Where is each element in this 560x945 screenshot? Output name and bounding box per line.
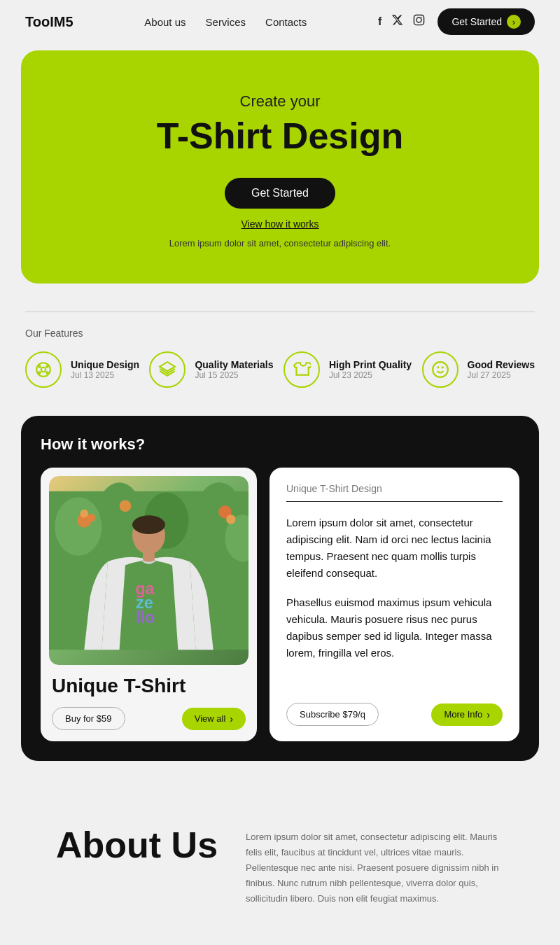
feature-quality-materials: Quality Materials Jul 15 2025 [149, 351, 273, 388]
feature-3-title: Good Reviews [468, 359, 535, 370]
feature-0-title: Unique Design [71, 359, 139, 370]
card-body-text-1: Lorem ipsum dolor sit amet, consectetur … [286, 514, 503, 582]
nav-social: f [378, 14, 425, 29]
card-right-subtitle: Unique T-Shirt Design [286, 483, 503, 494]
twitter-icon[interactable] [391, 14, 403, 29]
svg-point-7 [38, 371, 41, 374]
high-print-quality-icon [284, 351, 320, 388]
view-all-button[interactable]: View all › [182, 708, 246, 730]
more-info-arrow-icon: › [486, 709, 490, 720]
card-right-footer: Subscribe $79/q More Info › [286, 703, 503, 726]
nav-about[interactable]: About us [144, 16, 186, 28]
svg-point-4 [41, 368, 46, 372]
feature-unique-design: Unique Design Jul 13 2025 [25, 351, 139, 388]
card-left-footer: Buy for $59 View all › [52, 707, 246, 730]
view-all-arrow-icon: › [230, 713, 233, 724]
card-shirt-title: Unique T-Shirt [52, 675, 246, 697]
svg-point-8 [46, 371, 48, 374]
shirt-image-wrap: ga ze llo [49, 476, 248, 665]
how-card-left: ga ze llo Unique T-Shirt Buy for $59 Vie… [41, 468, 257, 741]
about-section: About Us Lorem ipsum dolor sit amet, con… [0, 782, 560, 945]
card-left-body: Unique T-Shirt Buy for $59 View all › [41, 665, 257, 741]
feature-3-date: Jul 27 2025 [468, 370, 535, 380]
features-section: Our Features Unique Design Jul 13 2025 Q… [0, 304, 560, 409]
svg-text:llo: llo [136, 608, 155, 626]
card-body-text-2: Phasellus euismod maximus ipsum vehicula… [286, 594, 503, 662]
svg-rect-27 [143, 551, 155, 561]
nav-services[interactable]: Services [206, 16, 246, 28]
hero-view-link[interactable]: View how it works [49, 218, 511, 230]
hero-subtext: Lorem ipsum dolor sit amet, consectetur … [49, 238, 511, 248]
svg-point-2 [421, 17, 422, 18]
instagram-icon[interactable] [413, 14, 425, 29]
more-info-button[interactable]: More Info › [431, 704, 503, 726]
nav-get-started-button[interactable]: Get Started › [438, 8, 535, 35]
about-text: Lorem ipsum dolor sit amet, consectetur … [246, 824, 504, 906]
svg-point-14 [55, 497, 102, 556]
how-section: How it works? [21, 416, 539, 761]
feature-1-title: Quality Materials [195, 359, 273, 370]
hero-cta-button[interactable]: Get Started [225, 178, 335, 209]
svg-point-6 [46, 365, 48, 368]
card-divider [286, 501, 503, 502]
about-title: About Us [56, 824, 218, 866]
svg-point-21 [87, 514, 95, 522]
svg-point-22 [120, 500, 132, 512]
feature-1-date: Jul 15 2025 [195, 370, 273, 380]
how-card-right: Unique T-Shirt Design Lorem ipsum dolor … [270, 468, 519, 741]
nav-get-started-arrow-icon: › [507, 15, 521, 29]
svg-point-26 [132, 515, 165, 534]
features-label: Our Features [25, 328, 535, 339]
shirt-image: ga ze llo [49, 476, 248, 665]
nav-links: About us Services Contacts [144, 16, 307, 28]
buy-button[interactable]: Buy for $59 [52, 707, 125, 730]
logo: TooIM5 [25, 14, 74, 30]
feature-good-reviews: Good Reviews Jul 27 2025 [422, 351, 535, 388]
hero-title: T-Shirt Design [49, 115, 511, 157]
svg-point-1 [416, 18, 421, 22]
hero-pre-title: Create your [49, 92, 511, 111]
good-reviews-icon [422, 351, 458, 388]
feature-0-date: Jul 13 2025 [71, 370, 139, 380]
hero-section: Create your T-Shirt Design Get Started V… [21, 50, 539, 284]
feature-2-date: Jul 23 2025 [329, 370, 412, 380]
how-title: How it works? [41, 435, 519, 454]
nav-contacts[interactable]: Contacts [265, 16, 307, 28]
svg-point-3 [36, 363, 50, 377]
unique-design-icon [25, 351, 62, 388]
facebook-icon[interactable]: f [378, 15, 382, 28]
svg-point-24 [226, 514, 235, 524]
quality-materials-icon [149, 351, 186, 388]
navbar: TooIM5 About us Services Contacts f Get … [0, 0, 560, 43]
feature-2-title: High Print Quality [329, 359, 412, 370]
svg-point-5 [38, 365, 41, 368]
feature-high-print: High Print Quality Jul 23 2025 [284, 351, 412, 388]
features-divider [25, 312, 535, 312]
svg-rect-0 [414, 15, 424, 24]
how-cards: ga ze llo Unique T-Shirt Buy for $59 Vie… [41, 468, 519, 741]
subscribe-button[interactable]: Subscribe $79/q [286, 703, 379, 726]
features-grid: Unique Design Jul 13 2025 Quality Materi… [25, 351, 535, 388]
svg-point-20 [80, 510, 88, 518]
svg-point-10 [433, 362, 448, 377]
